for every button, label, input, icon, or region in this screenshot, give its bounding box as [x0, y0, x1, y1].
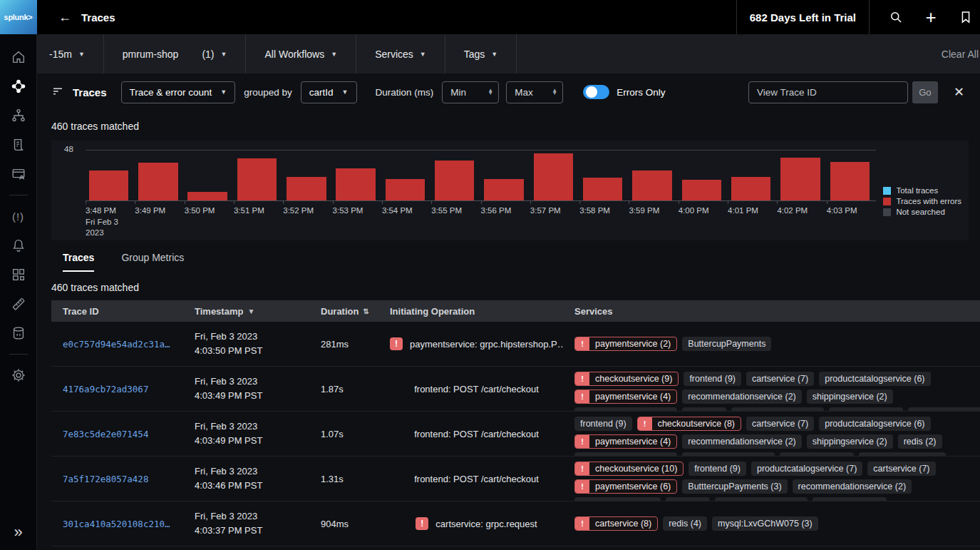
- service-badge[interactable]: shippingservice (2): [574, 497, 661, 501]
- errors-only-toggle[interactable]: [583, 85, 609, 99]
- clear-all-button[interactable]: Clear All: [933, 34, 980, 73]
- error-trace-bar[interactable]: [89, 170, 128, 200]
- close-icon[interactable]: ✕: [954, 84, 964, 100]
- alerts-icon[interactable]: (!): [10, 208, 27, 225]
- service-badge[interactable]: ButtercupPayments (2): [574, 452, 677, 456]
- view-trace-id-input[interactable]: [748, 81, 908, 103]
- dashboards-icon[interactable]: [10, 266, 27, 283]
- error-trace-bar[interactable]: [731, 177, 770, 200]
- error-trace-bar[interactable]: [187, 192, 227, 200]
- error-trace-bar[interactable]: [336, 168, 375, 200]
- service-badge[interactable]: frontend (9): [688, 462, 746, 476]
- error-trace-bar[interactable]: [138, 163, 177, 200]
- service-badge-error[interactable]: !cartservice (8): [574, 516, 658, 531]
- home-icon[interactable]: [10, 49, 27, 66]
- search-icon[interactable]: [887, 9, 904, 26]
- service-badge-error[interactable]: !checkoutservice (10): [574, 462, 684, 476]
- error-trace-bar[interactable]: [386, 179, 425, 200]
- service-badge[interactable]: mysql:LxvGChW075: [715, 497, 808, 501]
- service-badge[interactable]: emailservice (1): [780, 452, 854, 456]
- workflows-dropdown[interactable]: All Workflows▼: [246, 34, 356, 73]
- error-trace-bar[interactable]: [780, 158, 820, 200]
- service-badge[interactable]: productcatalogservice (7): [751, 462, 862, 476]
- service-badge[interactable]: recommendationservice (2): [682, 389, 801, 404]
- error-trace-bar[interactable]: [484, 179, 523, 200]
- service-badge[interactable]: ButtercupPayments: [682, 337, 771, 351]
- tags-dropdown[interactable]: Tags▼: [445, 34, 517, 73]
- back-arrow-icon[interactable]: ←: [58, 10, 71, 25]
- metric-type-select[interactable]: Trace & error count▼: [121, 81, 236, 103]
- service-badge[interactable]: ButtercupPayments (2): [574, 407, 677, 411]
- duration-max-input[interactable]: Max ▲▼: [506, 81, 563, 103]
- service-badge[interactable]: cartservice (7): [746, 372, 814, 386]
- service-badge[interactable]: ButttercupPayments (3): [682, 479, 787, 494]
- error-trace-bar[interactable]: [534, 153, 573, 200]
- trace-id-link[interactable]: e0c757d94e54ad2c31a…: [63, 339, 183, 350]
- error-trace-bar[interactable]: [830, 162, 870, 200]
- trace-id-link[interactable]: 7e83c5de2e071454: [63, 429, 183, 439]
- error-trace-bar[interactable]: [632, 170, 671, 200]
- tab-group-metrics[interactable]: Group Metrics: [121, 252, 184, 272]
- service-badge[interactable]: shippingservice (2): [807, 389, 893, 404]
- tab-traces[interactable]: Traces: [63, 252, 94, 272]
- error-trace-bar[interactable]: [237, 158, 277, 200]
- logs-icon[interactable]: [10, 136, 27, 153]
- service-badge-error[interactable]: !checkoutservice (8): [637, 417, 741, 431]
- service-badge[interactable]: redis (2): [898, 434, 942, 449]
- service-badge[interactable]: emailservice (1): [829, 407, 903, 411]
- service-badge[interactable]: mysql:LxvGChW075 (3): [712, 516, 818, 531]
- service-badge[interactable]: productcatalogservice (6): [819, 372, 930, 386]
- column-header-timestamp[interactable]: Timestamp▼: [183, 306, 309, 317]
- service-badge[interactable]: recommendationservice (2): [682, 434, 801, 449]
- column-header-initiating-operation[interactable]: Initiating Operation: [378, 306, 563, 317]
- service-badge[interactable]: frontend (9): [574, 417, 632, 431]
- services-dropdown[interactable]: Services▼: [356, 34, 445, 73]
- notifications-bell-icon[interactable]: [10, 237, 27, 254]
- service-badge-error[interactable]: !checkoutservice (9): [574, 372, 679, 386]
- column-header-trace-id[interactable]: Trace ID: [51, 306, 183, 317]
- service-badge[interactable]: frontend (9): [684, 372, 741, 386]
- trace-id-link[interactable]: 301ca410a520108c210…: [63, 519, 183, 529]
- stepper-arrows-icon[interactable]: ▲▼: [488, 89, 493, 96]
- service-badge[interactable]: redis (2): [682, 407, 726, 411]
- trace-id-link[interactable]: 7a5f172e8057a428: [63, 474, 183, 484]
- service-badge[interactable]: cartservice (7): [867, 462, 935, 476]
- bookmark-icon[interactable]: [957, 9, 974, 26]
- service-badge[interactable]: currencyservice (1): [859, 452, 946, 456]
- trace-id-link[interactable]: 4176a9cb72ad3067: [63, 384, 183, 394]
- service-badge[interactable]: redis (4): [663, 516, 707, 531]
- environment-dropdown[interactable]: pmrum-shop (1) ▼: [104, 34, 247, 73]
- service-badge[interactable]: currencyservice (1): [908, 407, 980, 411]
- service-badge-error[interactable]: !paymentservice (4): [574, 389, 677, 404]
- service-badge[interactable]: productcatalogservice (6): [819, 417, 930, 431]
- column-header-duration[interactable]: Duration⇅: [309, 306, 378, 317]
- error-trace-bar[interactable]: [435, 161, 474, 200]
- time-range-dropdown[interactable]: -15m▼: [37, 34, 104, 73]
- sidebar-expand-icon[interactable]: »: [14, 524, 22, 540]
- metrics-ruler-icon[interactable]: [10, 295, 27, 312]
- column-header-services[interactable]: Services: [563, 306, 980, 317]
- service-badge-error[interactable]: !paymentservice (6): [574, 479, 677, 494]
- service-badge[interactable]: emailservice (1): [813, 497, 887, 501]
- service-map-icon[interactable]: [10, 107, 27, 124]
- duration-min-input[interactable]: Min ▲▼: [442, 81, 499, 103]
- go-button[interactable]: Go: [912, 81, 938, 103]
- error-trace-bar[interactable]: [287, 177, 326, 200]
- service-badge[interactable]: cartservice (7): [746, 417, 814, 431]
- rum-icon[interactable]: [10, 165, 27, 183]
- plus-icon[interactable]: +: [922, 9, 939, 26]
- service-badge[interactable]: mysql:LxvGChW075: [731, 407, 824, 411]
- settings-gear-icon[interactable]: [10, 367, 27, 384]
- service-badge-error[interactable]: !paymentservice (2): [574, 337, 677, 351]
- error-trace-bar[interactable]: [583, 178, 622, 200]
- service-badge[interactable]: redis (2): [666, 497, 710, 501]
- stepper-arrows-icon[interactable]: ▲▼: [552, 89, 557, 96]
- trial-days-left[interactable]: 682 Days Left in Trial: [736, 0, 870, 34]
- data-management-icon[interactable]: [10, 325, 27, 342]
- service-badge[interactable]: shippingservice (2): [807, 434, 893, 449]
- group-by-select[interactable]: cartId▼: [301, 81, 357, 103]
- error-trace-bar[interactable]: [682, 180, 721, 200]
- service-badge[interactable]: recommendationservice (2): [793, 479, 912, 494]
- service-badge[interactable]: mysql:LxvGChW075: [682, 452, 775, 456]
- splunk-logo[interactable]: splunk>: [0, 0, 37, 34]
